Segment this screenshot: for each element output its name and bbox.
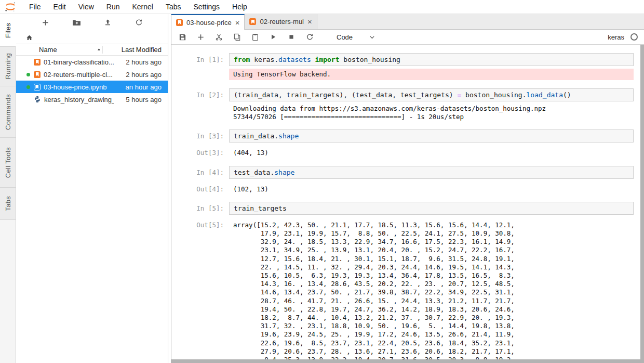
notebook-tab-02-reuters-mul[interactable]: 02-reuters-mul×	[245, 14, 317, 29]
file-row[interactable]: 02-reuters-multiple-cl...2 hours ago	[16, 68, 168, 81]
output-area: Out[5]:array([15.2, 42.3, 50. , 21.1, 17…	[179, 221, 644, 359]
notebook-content: In [1]:from keras.datasets import boston…	[171, 45, 644, 359]
refresh-icon[interactable]	[133, 18, 144, 28]
file-browser-toolbar	[16, 14, 168, 31]
code-input[interactable]: train_data.shape	[229, 129, 634, 142]
run-icon[interactable]	[269, 32, 278, 42]
chevron-down-icon	[368, 33, 375, 41]
file-list-header: Name Last Modified	[16, 44, 168, 56]
vertical-scrollbar[interactable]	[640, 45, 644, 359]
file-modified: 2 hours ago	[114, 58, 168, 66]
cut-icon[interactable]	[214, 32, 223, 42]
file-row[interactable]: keras_history_drawing_...5 hours ago	[16, 93, 168, 106]
paste-icon[interactable]	[250, 32, 260, 42]
restart-kernel-icon[interactable]	[305, 32, 314, 42]
sidebar-tab-commands[interactable]: Commands	[0, 86, 16, 138]
notebook-panel: 03-house-price×02-reuters-mul× Code kera…	[171, 14, 644, 363]
code-cell: In [1]:from keras.datasets import boston…	[179, 53, 644, 66]
file-name: keras_history_drawing_...	[44, 96, 114, 103]
menu-run[interactable]: Run	[100, 3, 126, 11]
menu-kernel[interactable]: Kernel	[126, 3, 159, 11]
stderr-output: Using TensorFlow backend.	[229, 69, 634, 80]
column-header-name[interactable]: Name	[16, 46, 102, 54]
left-activity-bar: FilesRunningCommandsCell ToolsTabs	[0, 14, 16, 363]
kernel-status-indicator[interactable]	[630, 33, 638, 41]
save-icon[interactable]	[178, 32, 187, 42]
cell-type-value: Code	[337, 33, 353, 41]
sidebar-strip-filler	[0, 220, 16, 363]
output-area: Using TensorFlow backend.	[179, 69, 644, 80]
notebook-file-icon	[249, 18, 256, 25]
close-icon[interactable]: ×	[307, 18, 312, 25]
document-tab-bar: 03-house-price×02-reuters-mul×	[171, 14, 644, 30]
upload-icon[interactable]	[102, 18, 113, 28]
code-input[interactable]: (train_data, train_targets), (test_data,…	[229, 88, 634, 101]
sidebar-tab-running[interactable]: Running	[0, 47, 16, 86]
code-cell: In [2]:(train_data, train_targets), (tes…	[179, 88, 644, 101]
sort-caret-up-icon	[97, 47, 101, 52]
insert-cell-icon[interactable]	[196, 32, 205, 42]
menu-items: FileEditViewRunKernelTabsSettingsHelp	[23, 3, 253, 11]
notebook-tab-03-house-price[interactable]: 03-house-price×	[171, 14, 245, 30]
menu-file[interactable]: File	[23, 3, 47, 11]
notebook-file-icon	[34, 71, 41, 78]
stream-output: Downloading data from https://s3.amazona…	[229, 105, 546, 121]
copy-icon[interactable]	[232, 32, 242, 42]
sidebar-tab-label: Commands	[4, 94, 12, 130]
cell-prompt: Out[3]:	[179, 149, 229, 157]
file-modified: an hour ago	[114, 83, 168, 91]
kernel-name: keras	[608, 33, 624, 41]
sidebar-tab-cell-tools[interactable]: Cell Tools	[0, 138, 16, 188]
notebook-file-icon	[34, 59, 41, 66]
cell-prompt: Out[5]:	[179, 221, 229, 229]
jupyter-logo-icon	[4, 1, 17, 13]
menu-bar: FileEditViewRunKernelTabsSettingsHelp	[0, 0, 644, 14]
kernel-running-dot	[26, 85, 34, 89]
python-file-icon	[34, 96, 41, 103]
code-cell: In [5]:train_targets	[179, 202, 644, 215]
sidebar-tab-files[interactable]: Files	[0, 14, 16, 47]
menu-help[interactable]: Help	[226, 3, 253, 11]
file-row[interactable]: 03-house-price.ipynban hour ago	[16, 81, 168, 93]
cell-prompt: In [4]:	[179, 166, 229, 177]
code-cell: In [4]:test_data.shape	[179, 166, 644, 179]
result-output: array([15.2, 42.3, 50. , 21.1, 17.7, 18.…	[229, 221, 515, 359]
code-cell: In [3]:train_data.shape	[179, 129, 644, 142]
menu-edit[interactable]: Edit	[47, 3, 72, 11]
file-modified: 5 hours ago	[114, 96, 168, 103]
new-folder-icon[interactable]	[71, 18, 82, 28]
file-name: 03-house-price.ipynb	[44, 83, 114, 91]
cell-prompt: In [3]:	[179, 129, 229, 140]
file-modified: 2 hours ago	[114, 71, 168, 79]
sidebar-tab-label: Running	[4, 53, 12, 80]
menu-settings[interactable]: Settings	[187, 3, 226, 11]
result-output: (102, 13)	[229, 185, 269, 193]
file-name: 01-binary-classificatio...	[44, 58, 114, 66]
sidebar-tab-label: Cell Tools	[4, 147, 12, 178]
output-area: Out[3]:(404, 13)	[179, 149, 644, 157]
cell-prompt: In [1]:	[179, 53, 229, 64]
tab-label: 02-reuters-mul	[260, 18, 304, 25]
code-input[interactable]: test_data.shape	[229, 166, 634, 179]
stop-icon[interactable]	[287, 32, 296, 42]
close-icon[interactable]: ×	[235, 19, 240, 27]
file-row[interactable]: 01-binary-classificatio...2 hours ago	[16, 56, 168, 68]
home-icon[interactable]	[24, 32, 34, 43]
cell-prompt: Out[4]:	[179, 185, 229, 193]
menu-tabs[interactable]: Tabs	[159, 3, 187, 11]
new-launcher-icon[interactable]	[40, 18, 50, 28]
code-input[interactable]: from keras.datasets import boston_housin…	[229, 53, 634, 66]
breadcrumb	[16, 31, 168, 44]
file-name: 02-reuters-multiple-cl...	[44, 71, 114, 79]
code-input[interactable]: train_targets	[229, 202, 634, 215]
sidebar-tab-label: Files	[4, 23, 12, 38]
sidebar-tab-tabs[interactable]: Tabs	[0, 188, 16, 220]
output-area: Downloading data from https://s3.amazona…	[179, 105, 644, 121]
notebook-file-icon	[176, 19, 183, 26]
main-area: FilesRunningCommandsCell ToolsTabs Name …	[0, 14, 644, 363]
column-header-modified[interactable]: Last Modified	[102, 46, 168, 54]
cell-type-dropdown[interactable]: Code	[337, 33, 375, 41]
menu-view[interactable]: View	[72, 3, 100, 11]
column-name-label: Name	[39, 46, 57, 54]
horizontal-scrollbar[interactable]	[171, 359, 644, 363]
